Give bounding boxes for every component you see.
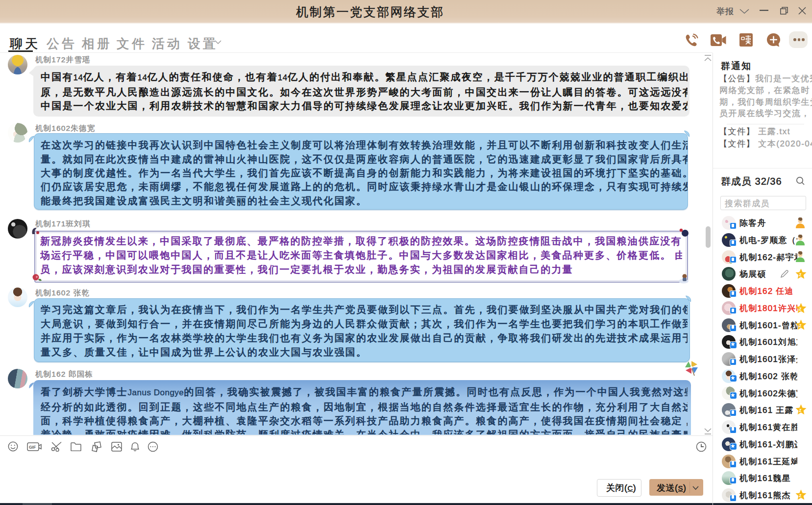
svg-text:z: z <box>799 271 802 277</box>
svg-text:z: z <box>799 322 802 328</box>
svg-text:z: z <box>799 306 802 311</box>
svg-text:GIF: GIF <box>29 445 36 450</box>
svg-text:z: z <box>799 492 802 498</box>
svg-text:z: z <box>799 408 802 413</box>
